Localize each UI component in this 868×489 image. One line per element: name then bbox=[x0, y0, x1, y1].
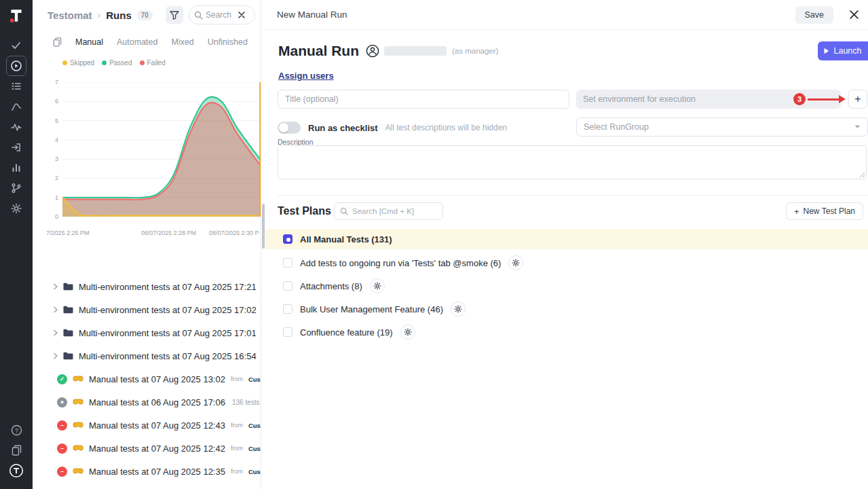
add-environment-button[interactable]: + bbox=[848, 90, 867, 109]
test-plan-row[interactable]: Bulk User Management Feature (46) bbox=[265, 297, 868, 321]
status-failed-icon: – bbox=[57, 420, 67, 431]
legend-passed[interactable]: Passed bbox=[102, 59, 132, 67]
task-list-icon[interactable] bbox=[6, 76, 26, 96]
chevron-right-icon[interactable] bbox=[53, 283, 58, 290]
manager-name-redacted bbox=[384, 46, 447, 56]
app-rail: ? bbox=[0, 0, 33, 489]
x-tick: 08/07/2025 2:30 P bbox=[209, 230, 259, 236]
run-folder-row[interactable]: Multi-environment tests at 07 Aug 2025 1… bbox=[33, 298, 261, 321]
runs-play-icon[interactable] bbox=[6, 56, 26, 76]
reports-bars-icon[interactable] bbox=[6, 158, 26, 178]
pulse-icon[interactable] bbox=[6, 117, 26, 137]
run-folder-row[interactable]: Multi-environment tests at 07 Aug 2025 1… bbox=[33, 321, 261, 344]
plan-settings-button[interactable] bbox=[400, 325, 415, 340]
chart-x-axis: 7/2025 2:25 PM 08/07/2025 2:28 PM 08/07/… bbox=[33, 228, 261, 238]
checklist-hint: All test descriptions will be hidden bbox=[385, 123, 507, 132]
account-logo-icon[interactable] bbox=[6, 460, 26, 481]
group-view-icon[interactable] bbox=[53, 37, 62, 47]
test-plans-search-input[interactable] bbox=[352, 207, 437, 215]
chevron-right-icon[interactable] bbox=[53, 306, 58, 313]
save-button[interactable]: Save bbox=[795, 6, 834, 24]
tab-mixed[interactable]: Mixed bbox=[171, 37, 193, 47]
checkbox-unchecked[interactable] bbox=[283, 327, 293, 337]
failed-dot-icon bbox=[140, 60, 145, 65]
docs-copy-icon[interactable] bbox=[6, 440, 26, 460]
branches-icon[interactable] bbox=[6, 178, 26, 198]
testomat-logo-icon[interactable] bbox=[7, 7, 25, 24]
filter-button[interactable] bbox=[166, 6, 183, 24]
run-meta-from: from bbox=[231, 422, 243, 429]
skipped-dot-icon bbox=[62, 60, 67, 65]
search-icon bbox=[340, 207, 348, 215]
chart-plot[interactable] bbox=[62, 82, 261, 217]
new-test-plan-button[interactable]: + New Test Plan bbox=[786, 202, 863, 220]
legend-label: Skipped bbox=[70, 59, 94, 67]
plan-settings-button[interactable] bbox=[370, 278, 385, 293]
tests-check-icon[interactable] bbox=[6, 35, 26, 56]
run-label: Manual tests at 07 Aug 2025 12:43 bbox=[89, 420, 225, 431]
description-textarea[interactable] bbox=[278, 145, 867, 179]
tab-automated[interactable]: Automated bbox=[117, 37, 157, 47]
run-folder-row[interactable]: Multi-environment tests at 07 Aug 2025 1… bbox=[33, 344, 261, 367]
run-row[interactable]: – Manual tests at 07 Aug 2025 12:43 from… bbox=[33, 414, 261, 437]
close-panel-button[interactable] bbox=[850, 10, 858, 19]
plan-settings-button[interactable] bbox=[451, 302, 466, 316]
breadcrumb-project[interactable]: Testomat bbox=[48, 10, 92, 21]
checkbox-unchecked[interactable] bbox=[283, 258, 293, 268]
tab-manual[interactable]: Manual bbox=[75, 37, 103, 47]
test-plan-row[interactable]: Add tests to ongoing run via 'Tests' tab… bbox=[265, 251, 868, 274]
run-meta-from: from bbox=[231, 468, 243, 475]
test-plan-row-all-manual[interactable]: All Manual Tests (131) bbox=[265, 229, 868, 249]
checkbox-checked[interactable] bbox=[283, 234, 293, 244]
chart-y-axis: 76543210 bbox=[33, 76, 58, 225]
import-icon[interactable] bbox=[6, 137, 26, 158]
legend-failed[interactable]: Failed bbox=[140, 59, 166, 67]
test-plan-label: All Manual Tests (131) bbox=[300, 234, 392, 244]
close-icon bbox=[850, 10, 858, 19]
help-icon[interactable]: ? bbox=[6, 420, 26, 440]
run-title: Manual Run bbox=[278, 43, 359, 59]
launch-label: Launch bbox=[833, 46, 861, 56]
run-meta-tests: 136 tests bbox=[232, 399, 260, 406]
chart-legend: Skipped Passed Failed bbox=[33, 59, 261, 67]
test-plan-row[interactable]: Confluence feature (19) bbox=[265, 321, 868, 344]
run-label: Manual tests at 07 Aug 2025 12:42 bbox=[89, 443, 225, 454]
run-as-checklist-toggle[interactable] bbox=[278, 122, 301, 134]
tab-unfinished[interactable]: Unfinished bbox=[208, 37, 248, 47]
chevron-right-icon[interactable] bbox=[53, 352, 58, 359]
chevron-right-icon[interactable] bbox=[53, 329, 58, 336]
run-label: Manual tests at 07 Aug 2025 12:35 bbox=[89, 467, 225, 477]
checkbox-unchecked[interactable] bbox=[283, 281, 293, 291]
checkbox-unchecked[interactable] bbox=[283, 304, 293, 314]
run-row[interactable]: ✓ Manual tests at 07 Aug 2025 13:02 from… bbox=[33, 367, 261, 391]
analytics-trend-icon[interactable] bbox=[6, 96, 26, 117]
rungroup-select[interactable]: Select RunGroup bbox=[576, 117, 868, 137]
plan-settings-button[interactable] bbox=[508, 255, 523, 270]
new-test-plan-label: New Test Plan bbox=[804, 206, 855, 216]
test-plan-row[interactable]: Attachments (8) bbox=[265, 274, 868, 297]
assign-users-link[interactable]: Assign users bbox=[278, 71, 334, 81]
run-row[interactable]: – Manual tests at 07 Aug 2025 12:35 from… bbox=[33, 460, 261, 483]
test-plans-list: All Manual Tests (131) Add tests to ongo… bbox=[265, 229, 868, 344]
run-title-input[interactable] bbox=[278, 90, 569, 109]
runs-search-input[interactable] bbox=[206, 10, 235, 20]
run-row[interactable]: – Manual tests at 07 Aug 2025 12:42 from… bbox=[33, 437, 261, 460]
settings-gear-icon[interactable] bbox=[6, 198, 26, 219]
legend-skipped[interactable]: Skipped bbox=[62, 59, 94, 67]
new-run-topbar: New Manual Run Save bbox=[265, 0, 868, 30]
search-icon bbox=[194, 11, 203, 20]
new-manual-run-panel: New Manual Run Save Manual Run (as manag… bbox=[265, 0, 868, 489]
launch-button[interactable]: Launch bbox=[818, 41, 868, 60]
test-plan-label: Confluence feature (19) bbox=[300, 327, 393, 338]
annotation-step-3: 3 bbox=[793, 93, 846, 105]
clear-search-button[interactable] bbox=[238, 12, 245, 18]
test-plan-label: Add tests to ongoing run via 'Tests' tab… bbox=[300, 258, 501, 268]
gear-icon bbox=[373, 282, 381, 290]
run-folder-row[interactable]: Multi-environment tests at 07 Aug 2025 1… bbox=[33, 275, 261, 298]
breadcrumb-runs[interactable]: Runs bbox=[106, 10, 132, 21]
run-meta-from: from bbox=[231, 445, 243, 452]
runs-list: Multi-environment tests at 07 Aug 2025 1… bbox=[33, 275, 261, 483]
run-row[interactable]: ● Manual tests at 06 Aug 2025 17:06 136 … bbox=[33, 391, 261, 414]
run-label: Manual tests at 07 Aug 2025 13:02 bbox=[89, 374, 225, 384]
manager-avatar-icon[interactable] bbox=[366, 44, 379, 58]
